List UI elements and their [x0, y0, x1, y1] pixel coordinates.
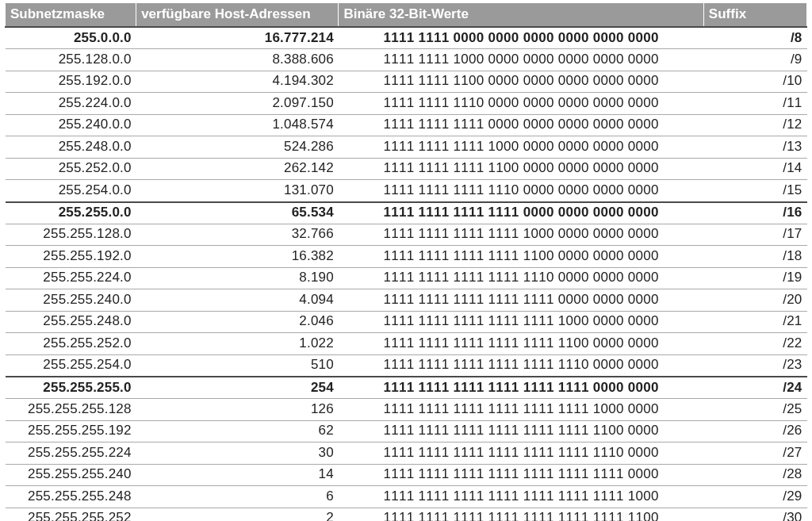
cell-mask: 255.255.252.0 — [6, 333, 136, 354]
cell-binary: 1111 1111 1111 1100 0000 0000 0000 0000 — [339, 158, 703, 179]
cell-mask: 255.0.0.0 — [6, 27, 136, 49]
cell-mask: 255.252.0.0 — [6, 158, 136, 179]
cell-mask: 255.240.0.0 — [6, 114, 136, 136]
table-row: 255.255.128.032.7661111 1111 1111 1111 1… — [6, 224, 807, 245]
cell-suffix: /11 — [703, 93, 806, 114]
table-row: 255.255.0.065.5341111 1111 1111 1111 000… — [6, 202, 807, 224]
cell-mask: 255.192.0.0 — [6, 71, 136, 92]
cell-hosts: 524.286 — [136, 136, 339, 158]
cell-binary: 1111 1111 1111 0000 0000 0000 0000 0000 — [339, 114, 703, 136]
cell-suffix: /25 — [703, 399, 806, 420]
table-row: 255.255.255.192621111 1111 1111 1111 111… — [6, 420, 807, 442]
cell-binary: 1111 1111 1100 0000 0000 0000 0000 0000 — [339, 71, 703, 92]
subnet-table-sheet: Subnetzmaske verfügbare Host-Adressen Bi… — [0, 0, 812, 521]
cell-hosts: 65.534 — [136, 202, 339, 224]
table-header-row: Subnetzmaske verfügbare Host-Adressen Bi… — [6, 3, 807, 27]
cell-mask: 255.255.255.192 — [6, 420, 136, 442]
cell-suffix: /29 — [703, 486, 806, 508]
cell-suffix: /26 — [703, 420, 806, 442]
table-row: 255.255.224.08.1901111 1111 1111 1111 11… — [6, 267, 807, 289]
table-row: 255.255.240.04.0941111 1111 1111 1111 11… — [6, 289, 807, 311]
table-row: 255.255.254.05101111 1111 1111 1111 1111… — [6, 354, 807, 377]
cell-mask: 255.248.0.0 — [6, 136, 136, 158]
cell-mask: 255.254.0.0 — [6, 180, 136, 202]
table-row: 255.255.255.24861111 1111 1111 1111 1111… — [6, 486, 807, 508]
cell-binary: 1111 1111 1111 1111 1111 1110 0000 0000 — [339, 354, 703, 377]
col-header-binary: Binäre 32-Bit-Werte — [339, 3, 703, 27]
cell-suffix: /30 — [703, 508, 806, 521]
cell-hosts: 254 — [136, 377, 339, 399]
cell-mask: 255.255.255.128 — [6, 399, 136, 420]
table-row: 255.255.255.02541111 1111 1111 1111 1111… — [6, 377, 807, 399]
cell-mask: 255.255.255.0 — [6, 377, 136, 399]
cell-binary: 1111 1111 1111 1111 1111 1100 0000 0000 — [339, 333, 703, 354]
cell-suffix: /20 — [703, 289, 806, 311]
cell-mask: 255.255.255.224 — [6, 442, 136, 464]
table-row: 255.0.0.016.777.2141111 1111 0000 0000 0… — [6, 27, 807, 49]
cell-mask: 255.255.192.0 — [6, 246, 136, 267]
cell-binary: 1111 1111 1111 1111 1111 1111 1110 0000 — [339, 442, 703, 464]
cell-hosts: 8.190 — [136, 267, 339, 289]
cell-binary: 1111 1111 1111 1000 0000 0000 0000 0000 — [339, 136, 703, 158]
cell-binary: 1111 1111 1111 1111 1100 0000 0000 0000 — [339, 246, 703, 267]
table-row: 255.255.255.1281261111 1111 1111 1111 11… — [6, 399, 807, 420]
table-row: 255.128.0.08.388.6061111 1111 1000 0000 … — [6, 49, 807, 71]
cell-suffix: /23 — [703, 354, 806, 377]
cell-mask: 255.255.128.0 — [6, 224, 136, 245]
cell-mask: 255.255.255.240 — [6, 464, 136, 485]
cell-suffix: /21 — [703, 311, 806, 332]
cell-suffix: /10 — [703, 71, 806, 92]
cell-suffix: /8 — [703, 27, 806, 49]
cell-hosts: 16.382 — [136, 246, 339, 267]
table-row: 255.248.0.0524.2861111 1111 1111 1000 00… — [6, 136, 807, 158]
table-row: 255.252.0.0262.1421111 1111 1111 1100 00… — [6, 158, 807, 179]
col-header-mask: Subnetzmaske — [6, 3, 136, 27]
cell-mask: 255.255.255.252 — [6, 508, 136, 521]
cell-binary: 1111 1111 1111 1111 1111 1111 1111 1000 — [339, 486, 703, 508]
table-body: 255.0.0.016.777.2141111 1111 0000 0000 0… — [6, 27, 807, 521]
table-row: 255.255.255.240141111 1111 1111 1111 111… — [6, 464, 807, 485]
cell-binary: 1111 1111 1111 1111 1111 1000 0000 0000 — [339, 311, 703, 332]
table-row: 255.255.248.02.0461111 1111 1111 1111 11… — [6, 311, 807, 332]
cell-hosts: 2.046 — [136, 311, 339, 332]
cell-hosts: 2 — [136, 508, 339, 521]
cell-hosts: 510 — [136, 354, 339, 377]
cell-binary: 1111 1111 0000 0000 0000 0000 0000 0000 — [339, 27, 703, 49]
table-row: 255.254.0.0131.0701111 1111 1111 1110 00… — [6, 180, 807, 202]
cell-hosts: 126 — [136, 399, 339, 420]
table-row: 255.255.252.01.0221111 1111 1111 1111 11… — [6, 333, 807, 354]
cell-binary: 1111 1111 1111 1111 1111 1111 0000 0000 — [339, 377, 703, 399]
table-row: 255.255.255.25221111 1111 1111 1111 1111… — [6, 508, 807, 521]
cell-suffix: /9 — [703, 49, 806, 71]
cell-mask: 255.128.0.0 — [6, 49, 136, 71]
cell-hosts: 30 — [136, 442, 339, 464]
cell-hosts: 14 — [136, 464, 339, 485]
col-header-suffix: Suffix — [703, 3, 806, 27]
cell-mask: 255.255.248.0 — [6, 311, 136, 332]
table-row: 255.224.0.02.097.1501111 1111 1110 0000 … — [6, 93, 807, 114]
cell-binary: 1111 1111 1111 1111 0000 0000 0000 0000 — [339, 202, 703, 224]
cell-suffix: /18 — [703, 246, 806, 267]
cell-suffix: /14 — [703, 158, 806, 179]
cell-hosts: 1.022 — [136, 333, 339, 354]
cell-binary: 1111 1111 1111 1111 1111 1111 1000 0000 — [339, 399, 703, 420]
cell-binary: 1111 1111 1111 1111 1111 1111 1100 0000 — [339, 420, 703, 442]
cell-hosts: 4.094 — [136, 289, 339, 311]
cell-mask: 255.255.254.0 — [6, 354, 136, 377]
cell-binary: 1111 1111 1111 1111 1111 0000 0000 0000 — [339, 289, 703, 311]
cell-binary: 1111 1111 1111 1111 1000 0000 0000 0000 — [339, 224, 703, 245]
cell-suffix: /19 — [703, 267, 806, 289]
cell-mask: 255.255.240.0 — [6, 289, 136, 311]
cell-binary: 1111 1111 1000 0000 0000 0000 0000 0000 — [339, 49, 703, 71]
cell-mask: 255.255.0.0 — [6, 202, 136, 224]
table-row: 255.240.0.01.048.5741111 1111 1111 0000 … — [6, 114, 807, 136]
subnet-table: Subnetzmaske verfügbare Host-Adressen Bi… — [5, 3, 807, 521]
cell-suffix: /27 — [703, 442, 806, 464]
cell-mask: 255.255.224.0 — [6, 267, 136, 289]
cell-hosts: 2.097.150 — [136, 93, 339, 114]
cell-suffix: /13 — [703, 136, 806, 158]
cell-mask: 255.255.255.248 — [6, 486, 136, 508]
cell-hosts: 6 — [136, 486, 339, 508]
cell-hosts: 131.070 — [136, 180, 339, 202]
cell-suffix: /28 — [703, 464, 806, 485]
